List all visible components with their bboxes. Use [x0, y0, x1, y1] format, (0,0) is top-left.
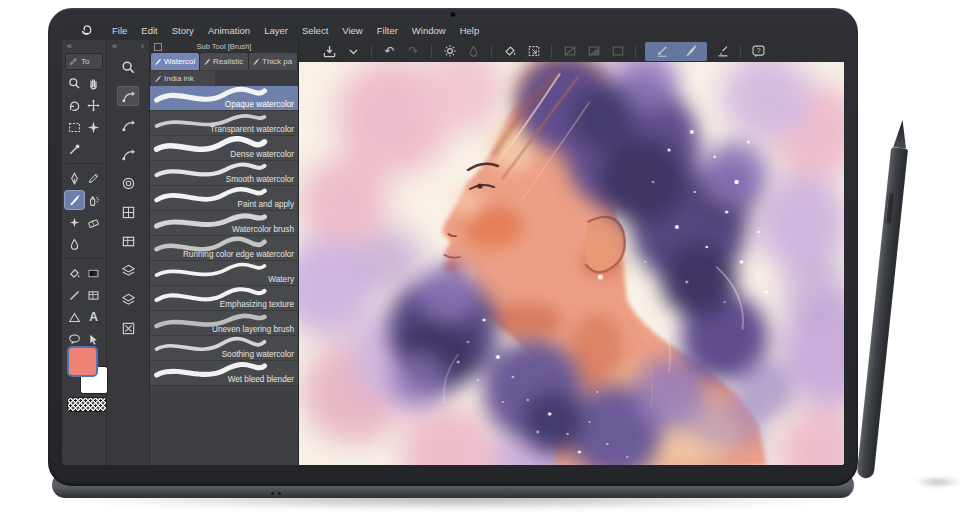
- pen-settings-icon[interactable]: [714, 43, 731, 60]
- menu-file[interactable]: File: [105, 25, 134, 36]
- foreground-color-swatch[interactable]: [67, 346, 98, 377]
- decoration-tool-icon[interactable]: [65, 213, 84, 231]
- eyedropper-tool-icon[interactable]: [65, 140, 84, 158]
- filter-icon[interactable]: [441, 43, 458, 60]
- tool-palette: « To: [62, 40, 107, 465]
- tab-india-ink[interactable]: India ink: [151, 71, 215, 86]
- brush-item-transparent-watercolor[interactable]: Transparent watercolor: [150, 111, 298, 136]
- zoom-quick-icon[interactable]: [117, 57, 139, 77]
- divider: [371, 45, 372, 58]
- stylus-pen: [856, 119, 911, 479]
- undo-icon[interactable]: ↶: [381, 43, 398, 60]
- canvas-artwork[interactable]: [299, 62, 844, 465]
- pencil-tool-icon[interactable]: [84, 169, 103, 187]
- figure-tool-icon[interactable]: [65, 286, 84, 304]
- frame-border-tool-icon[interactable]: [84, 286, 103, 304]
- menu-window[interactable]: Window: [405, 25, 453, 36]
- tablet-device: File Edit Story Animation Layer Select V…: [48, 8, 858, 486]
- clear-selection-icon: [561, 43, 578, 60]
- workspace: « To: [62, 40, 844, 465]
- expand-quick-access-button[interactable]: ›: [141, 40, 144, 52]
- brush-item-uneven-layering-brush[interactable]: Uneven layering brush: [150, 311, 298, 336]
- transform-quick-icon[interactable]: [117, 144, 139, 164]
- snap-to-special-ruler-icon[interactable]: [682, 43, 699, 60]
- layer-settings-quick-icon[interactable]: [117, 260, 139, 280]
- rotate-canvas-tool-icon[interactable]: [65, 96, 84, 114]
- invert-selection-icon: [585, 43, 602, 60]
- text-tool-icon[interactable]: A: [84, 308, 103, 326]
- brush-item-soothing-watercolor[interactable]: Soothing watercolor: [150, 336, 298, 361]
- menu-help[interactable]: Help: [453, 25, 487, 36]
- brush-icon: [154, 75, 162, 83]
- tab-watercolor[interactable]: Watercol: [151, 53, 199, 70]
- menu-layer[interactable]: Layer: [257, 25, 295, 36]
- panel-menu-icon[interactable]: [154, 43, 162, 51]
- empty-cell: [84, 140, 103, 158]
- move-tool-icon[interactable]: [84, 96, 103, 114]
- fill-tool-icon[interactable]: [65, 264, 84, 282]
- brush-item-emphasizing-texture[interactable]: Emphasizing texture: [150, 286, 298, 311]
- brush-item-watercolor-brush[interactable]: Watercolor brush: [150, 211, 298, 236]
- divider: [491, 45, 492, 58]
- front-camera: [451, 12, 456, 17]
- divider: [66, 258, 102, 259]
- snap-to-ruler-icon[interactable]: [653, 43, 670, 60]
- tab-realistic[interactable]: Realistic: [200, 53, 248, 70]
- divider: [635, 45, 636, 58]
- fill-icon[interactable]: [501, 43, 518, 60]
- brush-item-running-color-edge-watercolor[interactable]: Running color edge watercolor: [150, 236, 298, 261]
- airbrush-tool-icon[interactable]: [84, 191, 103, 209]
- menu-story[interactable]: Story: [165, 25, 201, 36]
- clear-icon: [465, 43, 482, 60]
- brush-item-dense-watercolor[interactable]: Dense watercolor: [150, 136, 298, 161]
- operation-quick-icon[interactable]: [117, 86, 139, 106]
- screen: File Edit Story Animation Layer Select V…: [62, 21, 844, 465]
- help-icon[interactable]: [750, 43, 767, 60]
- layers-quick-icon[interactable]: [117, 289, 139, 309]
- menu-edit[interactable]: Edit: [134, 25, 164, 36]
- pencil-icon: [69, 57, 78, 66]
- save-icon[interactable]: [321, 43, 338, 60]
- blend-tool-icon[interactable]: [65, 235, 84, 253]
- divider: [66, 163, 102, 164]
- zoom-tool-icon[interactable]: [65, 74, 84, 92]
- stylus-tip: [891, 119, 911, 149]
- collapse-quick-access-button[interactable]: «: [112, 40, 117, 52]
- hand-tool-icon[interactable]: [84, 74, 103, 92]
- auto-select-tool-icon[interactable]: [84, 118, 103, 136]
- transform-icon[interactable]: [525, 43, 542, 60]
- selection-tool-icon[interactable]: [65, 118, 84, 136]
- eraser-tool-icon[interactable]: [84, 213, 103, 231]
- watercolor-portrait: [299, 62, 844, 465]
- chevron-down-icon[interactable]: [345, 43, 362, 60]
- subtool-tabs: Watercol Realistic Thick pa: [150, 52, 298, 70]
- object-quick-icon[interactable]: [117, 115, 139, 135]
- collapse-tool-palette-button[interactable]: «: [67, 40, 72, 52]
- brush-item-wet-bleed-blender[interactable]: Wet bleed blender: [150, 361, 298, 386]
- transparent-color-swatch[interactable]: [67, 397, 107, 412]
- brush-item-watery[interactable]: Watery: [150, 261, 298, 286]
- brush-icon: [252, 58, 260, 66]
- tool-panel-header[interactable]: To: [65, 53, 103, 70]
- gradient-tool-icon[interactable]: [84, 264, 103, 282]
- timelapse-quick-icon[interactable]: [117, 173, 139, 193]
- divider: [740, 45, 741, 58]
- stylus-body: [856, 147, 908, 479]
- subtool-panel-title: Sub Tool [Brush]: [197, 42, 252, 51]
- tab-thick-paint[interactable]: Thick pa: [249, 53, 297, 70]
- menu-filter[interactable]: Filter: [370, 25, 405, 36]
- brush-tool-icon[interactable]: [65, 191, 84, 209]
- menu-animation[interactable]: Animation: [201, 25, 257, 36]
- pogo-pin: [271, 492, 274, 495]
- brush-item-paint-and-apply[interactable]: Paint and apply: [150, 186, 298, 211]
- polygon-tool-icon[interactable]: [65, 308, 84, 326]
- menu-select[interactable]: Select: [295, 25, 335, 36]
- close-panel-quick-icon[interactable]: [117, 318, 139, 338]
- stylus-shadow: [914, 477, 962, 487]
- pen-tool-icon[interactable]: [65, 169, 84, 187]
- menu-view[interactable]: View: [335, 25, 369, 36]
- grid-quick-icon[interactable]: [117, 202, 139, 222]
- screen-settings-quick-icon[interactable]: [117, 231, 139, 251]
- brush-item-smooth-watercolor[interactable]: Smooth watercolor: [150, 161, 298, 186]
- brush-item-opaque-watercolor[interactable]: Opaque watercolor: [150, 86, 298, 111]
